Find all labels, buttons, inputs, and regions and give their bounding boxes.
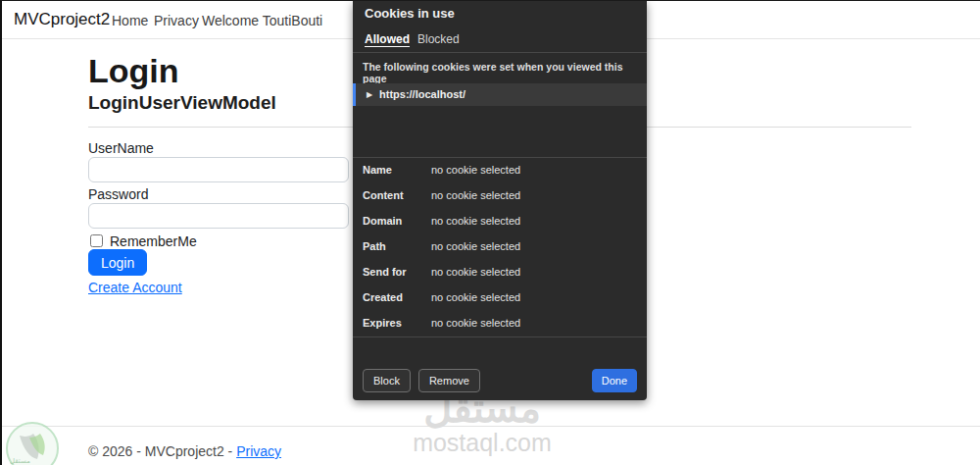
tab-allowed[interactable]: Allowed	[365, 32, 410, 46]
detail-label: Send for	[363, 266, 407, 278]
detail-row-content: Content no cookie selected	[353, 183, 647, 209]
footer-privacy-link[interactable]: Privacy	[236, 443, 281, 459]
detail-value: no cookie selected	[431, 291, 520, 303]
detail-row-expires: Expires no cookie selected	[353, 311, 647, 336]
detail-label: Expires	[363, 317, 402, 329]
detail-value: no cookie selected	[431, 266, 520, 278]
detail-row-created: Created no cookie selected	[353, 285, 647, 311]
detail-value: no cookie selected	[431, 317, 520, 329]
detail-row-name: Name no cookie selected	[353, 158, 647, 183]
cookie-site-url: https://localhost/	[379, 88, 466, 100]
detail-value: no cookie selected	[431, 189, 520, 201]
svg-text:مستقل: مستقل	[10, 457, 30, 464]
form-subtitle: LoginUserViewModel	[88, 92, 276, 114]
username-field[interactable]	[88, 157, 349, 182]
page-title: Login	[88, 52, 179, 90]
detail-value: no cookie selected	[431, 240, 520, 252]
remove-button[interactable]: Remove	[418, 369, 480, 392]
expand-arrow-icon[interactable]: ▶	[367, 90, 372, 99]
cookies-description: The following cookies were set when you …	[363, 61, 637, 84]
done-button[interactable]: Done	[592, 369, 637, 392]
mostaql-logo-icon: مستقل	[4, 420, 61, 465]
cookie-site-row[interactable]: ▶ https://localhost/	[353, 83, 647, 106]
login-button[interactable]: Login	[88, 249, 147, 276]
watermark-domain: mostaql.com	[374, 429, 590, 457]
detail-row-sendfor: Send for no cookie selected	[353, 260, 647, 285]
username-label: UserName	[88, 140, 154, 156]
detail-label: Domain	[363, 215, 402, 227]
cookie-details-panel: Name no cookie selected Content no cooki…	[353, 157, 647, 337]
cookies-dialog: Cookies in use Allowed Blocked The follo…	[353, 1, 647, 400]
detail-value: no cookie selected	[431, 164, 520, 176]
page: MVCproject2 Home Privacy Welcome ToutiBo…	[0, 0, 980, 465]
dialog-divider	[353, 52, 647, 53]
copyright-text: © 2026 - MVCproject2 -	[88, 443, 232, 459]
tab-blocked[interactable]: Blocked	[417, 32, 460, 46]
detail-row-domain: Domain no cookie selected	[353, 209, 647, 234]
rememberme-checkbox[interactable]	[90, 234, 103, 247]
detail-label: Created	[363, 291, 403, 303]
block-button[interactable]: Block	[363, 369, 411, 392]
password-label: Password	[88, 186, 148, 202]
detail-value: no cookie selected	[431, 215, 520, 227]
nav-link-privacy[interactable]: Privacy	[154, 13, 199, 28]
dialog-title: Cookies in use	[365, 6, 455, 21]
nav-link-home[interactable]: Home	[112, 13, 148, 28]
detail-label: Path	[363, 240, 386, 252]
focus-indicator	[353, 83, 356, 106]
navbar-brand[interactable]: MVCproject2	[14, 10, 110, 29]
detail-row-path: Path no cookie selected	[353, 234, 647, 260]
dialog-buttons: Block Remove Done	[363, 369, 637, 392]
create-account-link[interactable]: Create Account	[88, 280, 182, 295]
detail-label: Content	[363, 189, 404, 201]
detail-label: Name	[363, 164, 392, 176]
rememberme-label: RememberMe	[110, 233, 197, 249]
password-field[interactable]	[88, 203, 349, 229]
footer-copyright: © 2026 - MVCproject2 - Privacy	[88, 443, 281, 459]
nav-link-welcome[interactable]: Welcome ToutiBouti	[202, 13, 322, 28]
